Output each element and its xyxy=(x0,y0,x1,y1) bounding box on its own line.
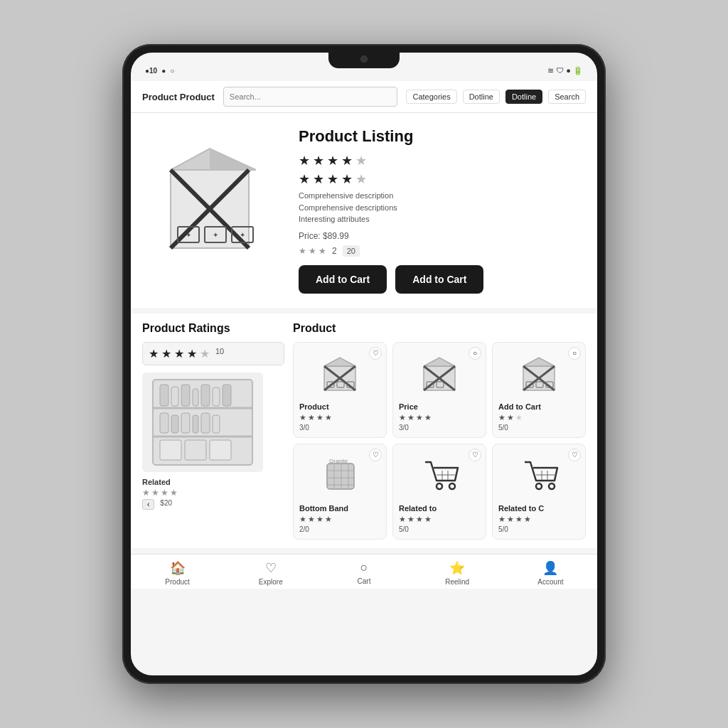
related-item-2-price: 5/0 xyxy=(498,424,579,432)
price-row: Price: $89.99 xyxy=(299,231,586,241)
bottom-nav-account[interactable]: 👤 Account xyxy=(504,560,597,586)
qty-row: ★ ★ ★ 2 20 xyxy=(299,245,586,257)
related-item-3-img: Granite xyxy=(299,450,380,500)
nav-logo: Product Product xyxy=(142,92,215,102)
add-to-cart-button-2[interactable]: Add to Cart xyxy=(395,265,483,294)
bottom-nav-cart[interactable]: ○ Cart xyxy=(317,560,410,586)
related-item-0-price: 3/0 xyxy=(299,424,380,432)
ratings-extra: Related ★ ★ ★ ★ ‹ $20 xyxy=(142,478,284,510)
add-to-cart-row: Add to Cart Add to Cart xyxy=(299,265,586,294)
price-label: Price: $89.99 xyxy=(299,231,349,241)
bottom-nav-reelind[interactable]: ⭐ Reelind xyxy=(411,560,504,586)
svg-rect-21 xyxy=(181,413,190,433)
status-icons: ≋ 🛡 ● 🔋 xyxy=(547,66,583,75)
status-left: ●10 ● ○ xyxy=(145,67,174,75)
svg-point-53 xyxy=(437,483,442,489)
svg-point-54 xyxy=(449,483,455,489)
related-item-0-wishlist-icon[interactable]: ♡ xyxy=(369,347,382,360)
related-item-3-price: 2/0 xyxy=(299,525,380,533)
status-time: ●10 xyxy=(145,67,157,75)
related-item-5-stars: ★ ★ ★ ★ xyxy=(498,515,579,524)
related-item-1-img xyxy=(399,348,480,398)
related-item-2-wishlist-icon[interactable]: ○ xyxy=(568,347,581,360)
related-item-5[interactable]: ♡ xyxy=(492,444,586,540)
related-item-3[interactable]: ♡ xyxy=(293,444,387,540)
related-item-1-price: 3/0 xyxy=(399,424,480,432)
related-panel: Product ♡ xyxy=(293,322,586,540)
related-item-3-wishlist-icon[interactable]: ♡ xyxy=(369,449,382,461)
star2-1: ★ xyxy=(299,171,310,187)
qty-badge: 20 xyxy=(343,245,360,257)
nav-link-dotline[interactable]: Dotline xyxy=(463,90,500,104)
star2-4: ★ xyxy=(341,171,353,187)
add-to-cart-button-1[interactable]: Add to Cart xyxy=(299,265,387,294)
related-item-0-img xyxy=(299,348,380,398)
star2-2: ★ xyxy=(313,171,324,187)
bottom-nav-cart-label: Cart xyxy=(358,577,371,585)
ratings-panel: Product Ratings ★ ★ ★ ★ ★ 10 xyxy=(142,322,284,540)
nav-search-input[interactable] xyxy=(223,87,398,107)
related-item-4-wishlist-icon[interactable]: ♡ xyxy=(469,449,481,461)
related-box-1-icon xyxy=(318,353,361,392)
shelf-icon xyxy=(146,376,259,469)
related-item-0-stars: ★ ★ ★ ★ xyxy=(299,413,380,422)
rating-star-4: ★ xyxy=(187,347,197,360)
related-item-2[interactable]: ○ xyxy=(492,342,586,438)
svg-rect-27 xyxy=(210,440,231,460)
star2-3: ★ xyxy=(327,171,338,187)
svg-rect-26 xyxy=(185,440,206,460)
nav-link-search[interactable]: Search xyxy=(548,90,586,104)
cart-icon: ○ xyxy=(360,560,368,575)
related-item-0-name: Product xyxy=(299,402,380,411)
nav-link-dotline2[interactable]: Dotline xyxy=(505,90,542,104)
related-grid: ♡ xyxy=(293,342,586,540)
status-right: ≋ 🛡 ● 🔋 xyxy=(547,66,583,75)
svg-rect-15 xyxy=(193,389,198,406)
related-item-4-price: 5/0 xyxy=(399,525,480,533)
ratings-extra-price: $20 xyxy=(160,499,172,510)
related-item-4-img xyxy=(399,450,480,500)
product-info: Product Listing ★ ★ ★ ★ ★ ★ ★ ★ ★ xyxy=(299,127,586,294)
home-icon: 🏠 xyxy=(170,560,186,576)
top-nav: Product Product Categories Dotline Dotli… xyxy=(131,81,597,113)
rating-star-1: ★ xyxy=(149,347,159,360)
star-5: ★ xyxy=(355,153,367,168)
related-item-4[interactable]: ♡ xyxy=(392,444,486,540)
qty-stars: ★ ★ ★ xyxy=(299,246,326,256)
related-item-1-name: Price xyxy=(399,402,480,411)
svg-rect-19 xyxy=(160,413,168,433)
svg-rect-16 xyxy=(201,385,210,406)
related-item-5-img xyxy=(498,450,579,500)
svg-point-58 xyxy=(536,483,542,489)
bottom-nav-product-label: Product xyxy=(165,578,189,586)
related-item-0[interactable]: ♡ xyxy=(293,342,387,438)
status-signal: ● xyxy=(161,67,166,75)
related-item-5-wishlist-icon[interactable]: ♡ xyxy=(568,449,581,461)
account-icon: 👤 xyxy=(542,560,558,576)
svg-rect-18 xyxy=(223,385,231,406)
rating-star-2: ★ xyxy=(161,347,171,360)
ratings-prev-btn[interactable]: ‹ xyxy=(142,499,154,510)
related-item-2-stars: ★ ★ ★ xyxy=(498,413,579,422)
related-item-2-name: Add to Cart xyxy=(498,402,579,411)
related-item-3-name: Bottom Band xyxy=(299,504,380,513)
svg-rect-20 xyxy=(171,415,178,433)
ratings-title: Product Ratings xyxy=(142,322,284,335)
bottom-nav-reelind-label: Reelind xyxy=(445,578,469,586)
nav-links: Categories Dotline Dotline Search xyxy=(406,90,586,104)
nav-link-categories[interactable]: Categories xyxy=(406,90,456,104)
bottom-nav-explore[interactable]: ♡ Explore xyxy=(224,560,317,586)
qty-number: 2 xyxy=(332,246,337,256)
qty-star-2: ★ xyxy=(309,246,316,256)
related-item-3-stars: ★ ★ ★ ★ xyxy=(299,515,380,524)
rating-count: 10 xyxy=(215,347,224,360)
star2-5: ★ xyxy=(355,171,367,187)
related-item-1-wishlist-icon[interactable]: ○ xyxy=(469,347,481,360)
bottom-nav-product[interactable]: 🏠 Product xyxy=(131,560,224,586)
related-item-1[interactable]: ○ Price xyxy=(392,342,486,438)
related-title: Product xyxy=(293,322,586,335)
svg-point-59 xyxy=(549,483,555,489)
related-item-5-name: Related to C xyxy=(498,504,579,513)
svg-text:✦: ✦ xyxy=(213,231,218,239)
star-4: ★ xyxy=(341,153,353,168)
